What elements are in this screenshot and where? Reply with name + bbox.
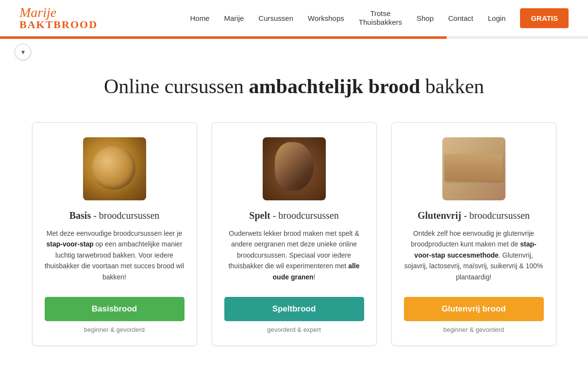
card-basis-level: beginner & gevorderd (84, 326, 145, 333)
hero-title-prefix: Online cursussen (104, 75, 249, 98)
card-glutenvrij-level: beginner & gevorderd (443, 326, 504, 333)
card-spelt: Spelt - broodcursussen Ouderwets lekker … (212, 122, 377, 346)
hero-title: Online cursussen ambachtelijk brood bakk… (10, 75, 578, 98)
nav-shop[interactable]: Shop (417, 14, 434, 22)
cards-section: Basis - broodcursussen Met deze eenvoudi… (0, 117, 588, 365)
nav-contact[interactable]: Contact (448, 14, 473, 22)
card-spelt-desc: Ouderwets lekker brood maken met spelt &… (224, 228, 364, 282)
card-spelt-title-bold: Spelt (249, 210, 270, 221)
card-basis-desc: Met deze eenvoudige broodcursussen leer … (45, 228, 185, 282)
card-spelt-image (263, 137, 326, 200)
gratis-button[interactable]: GRATIS (520, 8, 569, 28)
scroll-down-button[interactable]: ▾ (15, 44, 31, 60)
card-glutenvrij-title-bold: Glutenvrij (418, 210, 461, 221)
card-glutenvrij-desc: Ontdek zelf hoe eenvoudig je glutenvrije… (404, 228, 544, 282)
card-glutenvrij-desc-bold: stap-voor-stap succesmethode (414, 240, 536, 259)
hero-title-bold: ambachtelijk brood (249, 75, 420, 98)
card-basis-button[interactable]: Basisbrood (45, 297, 185, 321)
card-basis: Basis - broodcursussen Met deze eenvoudi… (32, 122, 197, 346)
nav-cursussen[interactable]: Cursussen (258, 14, 293, 22)
card-glutenvrij-image (442, 137, 505, 200)
card-spelt-title-rest: - broodcursussen (270, 210, 339, 221)
site-header: Marije BAKTBROOD Home Marije Cursussen W… (0, 0, 588, 36)
logo-line1: Marije (19, 5, 56, 20)
nav-workshops[interactable]: Workshops (308, 14, 344, 22)
hero-title-suffix: bakken (420, 75, 484, 98)
card-spelt-title: Spelt - broodcursussen (249, 210, 338, 221)
card-glutenvrij-button[interactable]: Glutenvrij brood (404, 297, 544, 321)
card-basis-desc-bold: stap-voor-stap (46, 240, 93, 248)
card-basis-image (83, 137, 146, 200)
card-basis-title-rest: - broodcursussen (91, 210, 159, 221)
nav-home[interactable]: Home (190, 14, 209, 22)
hero-section: Online cursussen ambachtelijk brood bakk… (0, 65, 588, 117)
card-spelt-button[interactable]: Speltbrood (224, 297, 364, 321)
site-logo[interactable]: Marije BAKTBROOD (19, 6, 98, 30)
card-basis-title: Basis - broodcursussen (69, 210, 160, 221)
card-glutenvrij: Glutenvrij - broodcursussen Ontdek zelf … (391, 122, 556, 346)
card-spelt-desc-bold: alle oude granen (273, 262, 360, 280)
main-nav: Home Marije Cursussen Workshops Trotse T… (190, 8, 569, 28)
nav-trotse-thuisbakkers[interactable]: Trotse Thuisbakkers (359, 9, 402, 27)
scroll-btn-row: ▾ (0, 39, 588, 65)
card-glutenvrij-title-rest: - broodcursussen (461, 210, 530, 221)
card-basis-title-bold: Basis (69, 210, 91, 221)
logo-line2: BAKTBROOD (19, 19, 98, 30)
nav-login[interactable]: Login (488, 14, 506, 22)
card-spelt-level: gevorderd & expert (267, 326, 321, 333)
card-glutenvrij-title: Glutenvrij - broodcursussen (418, 210, 530, 221)
nav-marije[interactable]: Marije (224, 14, 244, 22)
